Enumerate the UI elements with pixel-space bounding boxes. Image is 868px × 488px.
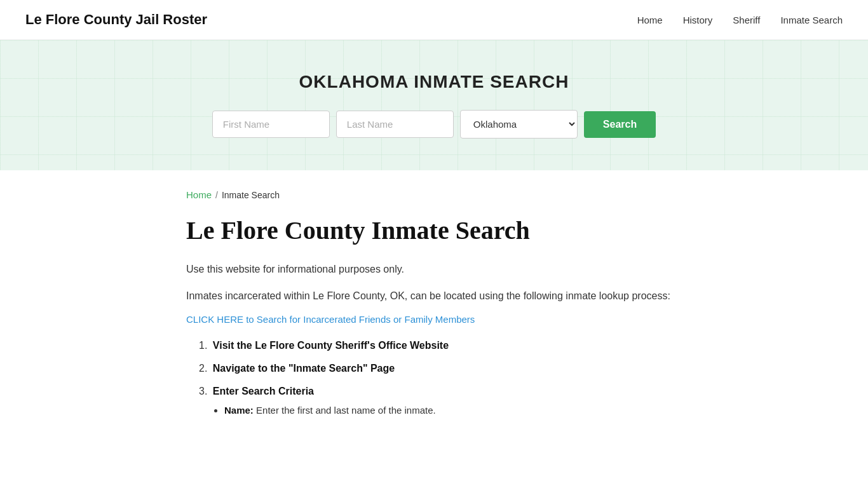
breadcrumb-home[interactable]: Home bbox=[186, 189, 212, 200]
intro-text-2: Inmates incarcerated within Le Flore Cou… bbox=[186, 288, 682, 304]
sub-list: Name: Enter the first and last name of t… bbox=[199, 405, 682, 416]
last-name-input[interactable] bbox=[336, 111, 454, 138]
main-nav: Home History Sheriff Inmate Search bbox=[637, 15, 843, 25]
click-here-link[interactable]: CLICK HERE to Search for Incarcerated Fr… bbox=[186, 314, 475, 325]
search-banner-heading: OKLAHOMA INMATE SEARCH bbox=[13, 72, 855, 92]
page-title: Le Flore County Inmate Search bbox=[186, 215, 682, 246]
search-banner: OKLAHOMA INMATE SEARCH OklahomaAlabamaAl… bbox=[0, 40, 868, 170]
site-title: Le Flore County Jail Roster bbox=[25, 11, 207, 28]
state-select[interactable]: OklahomaAlabamaAlaskaArizonaArkansasCali… bbox=[460, 110, 578, 139]
step-3: 3. Enter Search Criteria Name: Enter the… bbox=[199, 386, 682, 416]
nav-inmate-search[interactable]: Inmate Search bbox=[780, 15, 843, 25]
site-header: Le Flore County Jail Roster Home History… bbox=[0, 0, 868, 40]
intro-text-1: Use this website for informational purpo… bbox=[186, 261, 682, 278]
step-1: 1. Visit the Le Flore County Sheriff's O… bbox=[199, 340, 682, 351]
search-form: OklahomaAlabamaAlaskaArizonaArkansasCali… bbox=[13, 110, 855, 139]
step-2: 2. Navigate to the "Inmate Search" Page bbox=[199, 363, 682, 374]
breadcrumb-current: Inmate Search bbox=[222, 190, 280, 200]
breadcrumb: Home / Inmate Search bbox=[186, 189, 682, 200]
search-button[interactable]: Search bbox=[584, 111, 656, 138]
steps-list: 1. Visit the Le Flore County Sheriff's O… bbox=[199, 340, 682, 416]
step-3-label: Enter Search Criteria bbox=[213, 386, 314, 396]
step-2-label: Navigate to the "Inmate Search" Page bbox=[213, 363, 395, 374]
first-name-input[interactable] bbox=[212, 111, 330, 138]
sub-item-name-bold: Name: bbox=[224, 405, 254, 416]
sub-item-name: Name: Enter the first and last name of t… bbox=[224, 405, 682, 416]
nav-sheriff[interactable]: Sheriff bbox=[733, 15, 760, 25]
sub-item-name-text: Enter the first and last name of the inm… bbox=[256, 405, 436, 416]
main-content: Home / Inmate Search Le Flore County Inm… bbox=[161, 170, 707, 465]
nav-home[interactable]: Home bbox=[637, 15, 663, 25]
breadcrumb-separator: / bbox=[215, 190, 218, 200]
nav-history[interactable]: History bbox=[683, 15, 713, 25]
step-1-label: Visit the Le Flore County Sheriff's Offi… bbox=[213, 340, 449, 351]
